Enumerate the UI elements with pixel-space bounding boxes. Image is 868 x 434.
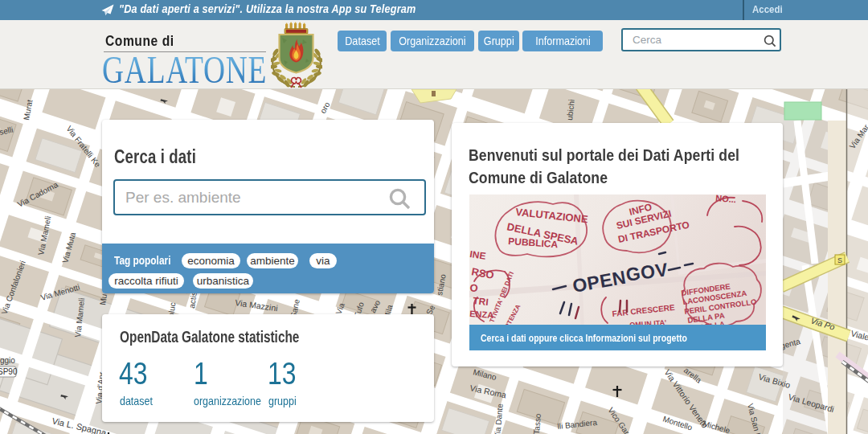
svg-text:O: O <box>469 281 479 294</box>
svg-text:S: S <box>837 256 842 264</box>
svg-text:TRI: TRI <box>473 295 489 308</box>
svg-text:SP90: SP90 <box>0 367 18 376</box>
svg-text:Mu: Mu <box>98 293 108 305</box>
svg-text:a Tasso: a Tasso <box>531 413 542 434</box>
svg-text:INE: INE <box>469 248 486 262</box>
svg-text:ggio: ggio <box>0 356 15 365</box>
